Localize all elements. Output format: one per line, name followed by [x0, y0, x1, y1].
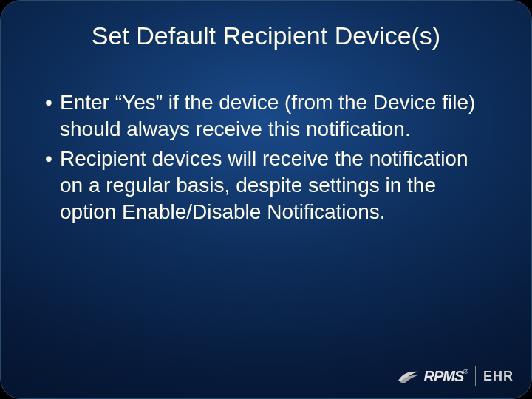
- bullet-item: • Recipient devices will receive the not…: [38, 146, 487, 225]
- slide-content: • Enter “Yes” if the device (from the De…: [38, 89, 487, 228]
- bullet-marker: •: [38, 89, 60, 116]
- bullet-marker: •: [38, 146, 60, 172]
- bullet-text: Recipient devices will receive the notif…: [60, 146, 487, 225]
- slide-title: Set Default Recipient Device(s): [1, 21, 531, 50]
- slide-container: Set Default Recipient Device(s) • Enter …: [0, 0, 532, 399]
- bullet-text: Enter “Yes” if the device (from the Devi…: [60, 89, 487, 143]
- swoosh-icon: [397, 367, 422, 385]
- rpms-logo: RPMS®: [397, 367, 468, 385]
- rpms-text: RPMS®: [424, 368, 468, 385]
- logo-divider: [475, 366, 476, 386]
- ehr-text: EHR: [483, 369, 514, 384]
- footer-logo-group: RPMS® EHR: [397, 366, 514, 386]
- bullet-item: • Enter “Yes” if the device (from the De…: [38, 89, 487, 143]
